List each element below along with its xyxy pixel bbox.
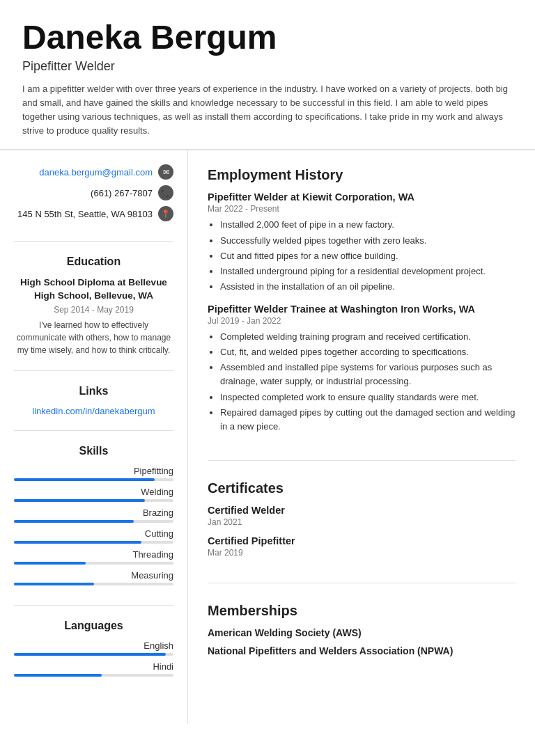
skills-title: Skills <box>14 445 173 457</box>
edu-date: Sep 2014 - May 2019 <box>14 305 173 315</box>
skill-item: Threading <box>14 549 173 565</box>
skill-label: Brazing <box>14 507 173 518</box>
language-item: Hindi <box>14 661 173 677</box>
job-bullets: Completed welding training program and r… <box>208 330 515 434</box>
skill-label: Welding <box>14 487 173 497</box>
skills-list: Pipefitting Welding Brazing Cutting Thre… <box>14 466 173 585</box>
job-block: Pipefitter Welder at Kiewit Corporation,… <box>208 191 515 294</box>
job-bullet: Inspected completed work to ensure quali… <box>220 391 515 404</box>
skill-bar-bg <box>14 541 173 544</box>
location-icon: 📍 <box>158 206 173 221</box>
skill-bar-fill <box>14 541 141 544</box>
job-bullet: Installed underground piping for a resid… <box>220 265 515 278</box>
membership-item: American Welding Society (AWS) <box>208 627 515 638</box>
job-bullet: Repaired damaged pipes by cutting out th… <box>220 406 515 434</box>
skill-item: Cutting <box>14 528 173 544</box>
skill-bar-bg <box>14 583 173 585</box>
main-content: Employment History Pipefitter Welder at … <box>188 150 535 724</box>
skill-label: Threading <box>14 549 173 560</box>
job-bullet: Cut, fit, and welded pipes together acco… <box>220 345 515 359</box>
skill-bar-fill <box>14 499 145 502</box>
language-label: Hindi <box>14 661 173 672</box>
employment-section: Employment History Pipefitter Welder at … <box>208 167 515 461</box>
cert-block: Certified Welder Jan 2021 <box>208 505 515 527</box>
phone-icon: 📞 <box>158 185 173 200</box>
language-bar-bg <box>14 674 173 677</box>
certs-container: Certified Welder Jan 2021 Certified Pipe… <box>208 505 515 558</box>
languages-section: Languages English Hindi <box>14 620 173 696</box>
candidate-summary: I am a pipefitter welder with over three… <box>22 82 513 139</box>
memberships-title: Memberships <box>208 603 515 619</box>
job-bullet: Cut and fitted pipes for a new office bu… <box>220 249 515 263</box>
cert-block: Certified Pipefitter Mar 2019 <box>208 535 515 558</box>
language-label: English <box>14 640 173 651</box>
memberships-container: American Welding Society (AWS)National P… <box>208 627 515 656</box>
email-icon: ✉ <box>158 164 173 180</box>
linkedin-anchor[interactable]: linkedin.com/in/danekabergum <box>32 406 155 416</box>
resume-header: Daneka Bergum Pipefitter Welder I am a p… <box>0 0 535 150</box>
skill-bar-fill <box>14 562 86 565</box>
certificates-section: Certificates Certified Welder Jan 2021 C… <box>208 480 515 583</box>
sidebar: daneka.bergum@gmail.com ✉ (661) 267-7807… <box>0 150 188 724</box>
skill-bar-fill <box>14 478 155 481</box>
memberships-section: Memberships American Welding Society (AW… <box>208 603 515 680</box>
phone-text: (661) 267-7807 <box>91 188 153 198</box>
resume-body: daneka.bergum@gmail.com ✉ (661) 267-7807… <box>0 150 535 724</box>
skill-item: Welding <box>14 487 173 502</box>
links-section: Links linkedin.com/in/danekabergum <box>14 385 173 431</box>
candidate-name: Daneka Bergum <box>22 19 513 56</box>
languages-title: Languages <box>14 620 173 632</box>
membership-item: National Pipefitters and Welders Associa… <box>208 645 515 656</box>
languages-list: English Hindi <box>14 640 173 677</box>
job-bullets: Installed 2,000 feet of pipe in a new fa… <box>208 218 515 294</box>
skills-section: Skills Pipefitting Welding Brazing Cutti… <box>14 445 173 606</box>
job-title: Pipefitter Welder at Kiewit Corporation,… <box>208 191 515 203</box>
contact-section: daneka.bergum@gmail.com ✉ (661) 267-7807… <box>14 164 173 242</box>
cert-name: Certified Welder <box>208 505 515 516</box>
skill-item: Pipefitting <box>14 466 173 481</box>
skill-bar-bg <box>14 499 173 502</box>
phone-contact: (661) 267-7807 📞 <box>14 185 173 200</box>
email-link[interactable]: daneka.bergum@gmail.com <box>39 167 153 178</box>
job-bullet: Installed 2,000 feet of pipe in a new fa… <box>220 218 515 232</box>
degree-name: High School Diploma at Bellevue High Sch… <box>14 276 173 303</box>
education-section: Education High School Diploma at Bellevu… <box>14 255 173 371</box>
cert-date: Jan 2021 <box>208 517 515 527</box>
jobs-container: Pipefitter Welder at Kiewit Corporation,… <box>208 191 515 434</box>
job-bullet: Completed welding training program and r… <box>220 330 515 344</box>
skill-item: Measuring <box>14 570 173 585</box>
links-title: Links <box>14 385 173 397</box>
job-bullet: Assembled and installed pipe systems for… <box>220 361 515 388</box>
job-block: Pipefitter Welder Trainee at Washington … <box>208 304 515 434</box>
language-bar-fill <box>14 653 166 656</box>
skill-bar-bg <box>14 478 173 481</box>
linkedin-link[interactable]: linkedin.com/in/danekabergum <box>14 406 173 416</box>
job-bullet: Successfully welded pipes together with … <box>220 234 515 248</box>
skill-label: Measuring <box>14 570 173 581</box>
cert-name: Certified Pipefitter <box>208 535 515 546</box>
email-contact: daneka.bergum@gmail.com ✉ <box>14 164 173 180</box>
job-bullet: Assisted in the installation of an oil p… <box>220 280 515 294</box>
language-bar-bg <box>14 653 173 656</box>
skill-item: Brazing <box>14 507 173 523</box>
education-block: High School Diploma at Bellevue High Sch… <box>14 276 173 356</box>
certificates-title: Certificates <box>208 480 515 496</box>
candidate-title: Pipefitter Welder <box>22 59 513 74</box>
employment-title: Employment History <box>208 167 515 183</box>
skill-bar-bg <box>14 520 173 523</box>
edu-description: I've learned how to effectively communic… <box>14 319 173 356</box>
job-date: Jul 2019 - Jan 2022 <box>208 316 515 326</box>
skill-bar-fill <box>14 520 134 523</box>
skill-label: Cutting <box>14 528 173 539</box>
education-title: Education <box>14 255 173 268</box>
skill-label: Pipefitting <box>14 466 173 476</box>
skill-bar-bg <box>14 562 173 565</box>
job-title: Pipefitter Welder Trainee at Washington … <box>208 304 515 315</box>
address-text: 145 N 55th St, Seattle, WA 98103 <box>17 209 153 219</box>
address-contact: 145 N 55th St, Seattle, WA 98103 📍 <box>14 206 173 221</box>
language-item: English <box>14 640 173 656</box>
skill-bar-fill <box>14 583 94 585</box>
cert-date: Mar 2019 <box>208 548 515 558</box>
job-date: Mar 2022 - Present <box>208 204 515 214</box>
language-bar-fill <box>14 674 102 677</box>
